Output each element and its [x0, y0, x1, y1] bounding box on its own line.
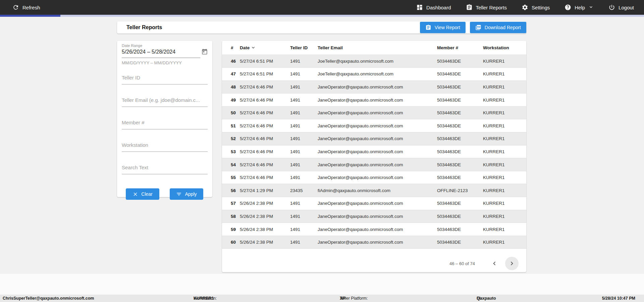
nav-settings[interactable]: Settings — [522, 4, 550, 11]
col-header-member[interactable]: Member # — [437, 41, 483, 55]
filter-actions: Clear Apply — [126, 188, 203, 200]
table-cell: 1491 — [290, 55, 318, 68]
col-header-teller-id[interactable]: Teller ID — [290, 41, 318, 55]
download-report-label: Download Report — [485, 25, 521, 30]
table-cell: 5/26/24 2:38 PM — [240, 210, 290, 223]
table-cell: JaneOperator@qaxpauto.onmicrosoft.com — [318, 106, 437, 119]
status-bar: ChrisSuperTeller@qaxpauto.onmicrosoft.co… — [0, 295, 644, 302]
clear-button[interactable]: Clear — [126, 188, 159, 200]
table-row[interactable]: 515/27/24 6:46 PM1491JaneOperator@qaxpau… — [222, 119, 526, 132]
search-text-input[interactable] — [122, 163, 208, 174]
table-cell: 1491 — [290, 119, 318, 132]
clipboard-icon — [425, 24, 431, 31]
table-cell: 5034463DE — [437, 171, 483, 184]
table-cell: 5/26/24 2:38 PM — [240, 223, 290, 236]
view-report-button[interactable]: View Report — [420, 22, 466, 33]
table-cell: KURRER1 — [483, 68, 526, 81]
table-cell: JaneOperator@qaxpauto.onmicrosoft.com — [318, 197, 437, 210]
table-row[interactable]: 585/26/24 2:38 PM1491JaneOperator@qaxpau… — [222, 210, 526, 223]
teller-id-input[interactable] — [122, 73, 208, 84]
table-row[interactable]: 565/27/24 1:29 PM23435fiAdmin@qaxpauto.o… — [222, 184, 526, 197]
table-cell: 5/27/24 1:29 PM — [240, 184, 290, 197]
table-cell: 57 — [222, 197, 240, 210]
previous-page-button[interactable] — [488, 257, 501, 270]
table-cell: JaneOperator@qaxpauto.onmicrosoft.com — [318, 210, 437, 223]
table-row[interactable]: 465/27/24 6:51 PM1491JoeTeller@qaxpauto.… — [222, 55, 526, 68]
table-cell: 5034463DE — [437, 223, 483, 236]
download-report-button[interactable]: Download Report — [470, 22, 526, 33]
table-row[interactable]: 605/26/24 2:38 PM1491JaneOperator@qaxpau… — [222, 236, 526, 249]
teller-email-input[interactable] — [122, 96, 208, 107]
sort-chevron-down-icon — [251, 45, 256, 50]
report-table-card: # Date Teller ID Teller Email Member # W… — [222, 41, 526, 272]
table-cell: 5034463DE — [437, 210, 483, 223]
table-cell: KURRER1 — [483, 184, 526, 197]
table-cell: 1491 — [290, 68, 318, 81]
table-cell: 60 — [222, 236, 240, 249]
table-row[interactable]: 485/27/24 6:46 PM1491JaneOperator@qaxpau… — [222, 80, 526, 94]
table-row[interactable]: 575/26/24 2:38 PM1491JaneOperator@qaxpau… — [222, 197, 526, 210]
table-cell: 5/27/24 6:46 PM — [240, 171, 290, 184]
table-row[interactable]: 595/26/24 2:38 PM1491JaneOperator@qaxpau… — [222, 223, 526, 236]
nav-teller-reports[interactable]: Teller Reports — [466, 4, 507, 11]
col-header-number: # — [222, 41, 240, 55]
table-cell: 5034463DE — [437, 55, 483, 68]
table-cell: JaneOperator@qaxpauto.onmicrosoft.com — [318, 80, 437, 94]
refresh-label: Refresh — [22, 5, 40, 10]
table-cell: 1491 — [290, 223, 318, 236]
col-header-date[interactable]: Date — [240, 41, 290, 55]
table-cell: KURRER1 — [483, 119, 526, 132]
table-cell: KURRER1 — [483, 145, 526, 158]
table-cell: KURRER1 — [483, 132, 526, 145]
title-bar: Teller Reports View Report Download Repo… — [117, 21, 526, 34]
member-number-input[interactable] — [122, 118, 208, 129]
table-row[interactable]: 475/27/24 6:51 PM1491JoeTeller@qaxpauto.… — [222, 68, 526, 81]
table-row[interactable]: 525/27/24 6:46 PM1491JaneOperator@qaxpau… — [222, 132, 526, 145]
nav-help[interactable]: Help — [565, 4, 594, 11]
table-cell: JaneOperator@qaxpauto.onmicrosoft.com — [318, 145, 437, 158]
workstation-input[interactable] — [122, 141, 208, 152]
next-page-button[interactable] — [505, 257, 519, 270]
date-range-hint: MM/DD/YYYY – MM/DD/YYYY — [122, 60, 208, 65]
filter-icon — [176, 191, 182, 197]
table-row[interactable]: 505/27/24 6:46 PM1491JaneOperator@qaxpau… — [222, 106, 526, 119]
table-cell: 53 — [222, 145, 240, 158]
table-cell: 1491 — [290, 210, 318, 223]
apply-button[interactable]: Apply — [170, 188, 203, 200]
table-cell: 59 — [222, 223, 240, 236]
col-header-workstation[interactable]: Workstation — [483, 41, 526, 55]
status-datetime: 5/28/24 10:47 PM — [602, 295, 635, 302]
nav-logout-label: Logout — [619, 5, 634, 10]
date-range-label: Date Range — [122, 44, 208, 48]
help-icon — [565, 4, 571, 11]
user-email: ChrisSuperTeller@qaxpauto.onmicrosoft.co… — [3, 295, 94, 302]
table-row[interactable]: 545/27/24 6:46 PM1491JaneOperator@qaxpau… — [222, 158, 526, 171]
table-cell: 5034463DE — [437, 197, 483, 210]
table-cell: 5/27/24 6:46 PM — [240, 94, 290, 107]
col-header-teller-email[interactable]: Teller Email — [318, 41, 437, 55]
refresh-icon — [12, 4, 19, 11]
table-row[interactable]: 555/27/24 6:46 PM1491JaneOperator@qaxpau… — [222, 171, 526, 184]
table-cell: 5/27/24 6:46 PM — [240, 158, 290, 171]
table-cell: 1491 — [290, 132, 318, 145]
pagination: 46 – 60 of 74 — [449, 257, 519, 270]
calendar-icon — [202, 49, 208, 55]
table-cell: 5/27/24 6:46 PM — [240, 145, 290, 158]
refresh-button[interactable]: Refresh — [12, 4, 40, 11]
table-cell: 5/27/24 6:46 PM — [240, 132, 290, 145]
nav-dashboard[interactable]: Dashboard — [416, 4, 451, 11]
nav-help-label: Help — [575, 5, 585, 10]
table-cell: KURRER1 — [483, 94, 526, 107]
table-cell: 1491 — [290, 80, 318, 94]
page-title: Teller Reports — [126, 24, 162, 31]
apply-label: Apply — [185, 191, 197, 197]
table-row[interactable]: 495/27/24 6:46 PM1491JaneOperator@qaxpau… — [222, 94, 526, 107]
nav-logout[interactable]: Logout — [608, 4, 634, 11]
table-cell: 1491 — [290, 158, 318, 171]
top-navigation-bar: Refresh Dashboard Teller Reports Setting… — [0, 0, 644, 15]
table-cell: 5/26/24 2:38 PM — [240, 197, 290, 210]
table-row[interactable]: 535/27/24 6:46 PM1491JaneOperator@qaxpau… — [222, 145, 526, 158]
date-range-input[interactable] — [122, 48, 200, 58]
table-cell: JaneOperator@qaxpauto.onmicrosoft.com — [318, 236, 437, 249]
calendar-button[interactable] — [200, 49, 208, 58]
